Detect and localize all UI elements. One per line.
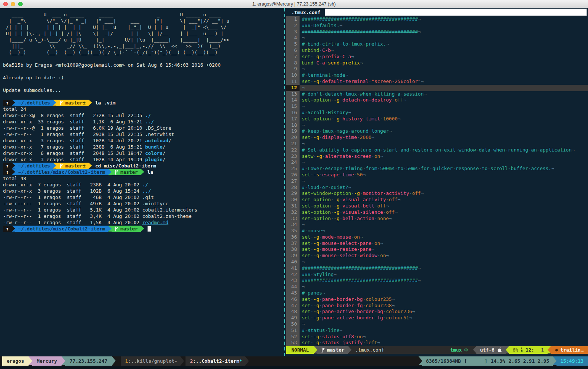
line-number-gutter: 28 bbox=[286, 184, 300, 191]
submodules-line: Update submodules... bbox=[3, 87, 283, 93]
typed-command: cd misc/Cobalt2-iterm bbox=[92, 163, 156, 169]
encoding-segment: utf-8 bbox=[476, 346, 506, 354]
line-number-gutter: 29 bbox=[286, 190, 300, 197]
buffer-line: 53set·-g·status-justify·left¬ bbox=[286, 340, 588, 346]
tmux-window-list: 1:..kills/gnuplot-2:..Cobalt2-iterm* bbox=[121, 356, 249, 366]
powerline-separator bbox=[112, 356, 116, 365]
memory-usage: 8385/16384MB bbox=[426, 358, 461, 364]
buffer-line: 9¬ bbox=[286, 66, 588, 72]
line-number-gutter: 9 bbox=[286, 66, 300, 72]
vim-buffer[interactable]: 1#######################################… bbox=[286, 16, 588, 346]
git-branch-icon bbox=[115, 170, 118, 175]
file-link[interactable]: readme.md bbox=[142, 220, 168, 225]
git-branch-icon bbox=[59, 100, 63, 106]
vim-pane[interactable]: .tmux.conf 1############################… bbox=[286, 8, 588, 356]
powerline-separator bbox=[12, 169, 15, 175]
buffer-line: 33set-option·-g·bell-action·none¬ bbox=[286, 216, 588, 222]
git-branch-label: master bbox=[327, 347, 344, 353]
buffer-line: 50¬ bbox=[286, 321, 588, 328]
buffer-line: 4¬ bbox=[286, 35, 588, 41]
buffer-line: 45#·panes¬ bbox=[286, 290, 588, 296]
buffer-line: 39set·-g·mouse-select-window·on¬ bbox=[286, 253, 588, 259]
powerline-separator bbox=[12, 163, 15, 169]
spacer-line bbox=[3, 56, 283, 62]
line-number-gutter: 18 bbox=[286, 122, 300, 129]
load-average: 2.65 2.91 2.95 bbox=[509, 358, 549, 364]
powerline-separator bbox=[553, 356, 556, 365]
tmux-status-bar: eragos Mercury 77.23.155.247 1:..kills/g… bbox=[0, 356, 588, 366]
powerline-separator bbox=[108, 226, 112, 232]
powerline-separator bbox=[89, 163, 92, 169]
prompt-indicator-icon: ↑ bbox=[3, 163, 12, 169]
prompt-git-branch: master± bbox=[56, 100, 89, 106]
buffer-line: 31set-option·-g·visual-bell·off¬ bbox=[286, 203, 588, 209]
spacer-line bbox=[3, 68, 283, 74]
apple-icon bbox=[497, 347, 502, 353]
file-row: -rw-r--r-- 1 eragos staff 497B 4 Aug 20:… bbox=[3, 200, 283, 207]
column-number: 1 bbox=[541, 347, 544, 353]
buffer-line: 5#·bind·ctrl+a·to·tmux·prefix.¬ bbox=[286, 41, 588, 47]
gear-icon: ⚙ bbox=[465, 347, 468, 353]
shell-prompt: ↑~/.dotfiles/misc/Cobalt2-itermmasterla bbox=[3, 169, 283, 175]
powerline-separator bbox=[473, 346, 476, 353]
tmux-window-current[interactable]: 2:..Cobalt2-iterm* bbox=[185, 356, 249, 366]
buffer-line: 48set·-g·pane-active-border-bg·colour236… bbox=[286, 309, 588, 315]
line-number-gutter: 3 bbox=[286, 29, 300, 35]
vim-tab-current[interactable]: .tmux.conf bbox=[286, 8, 325, 16]
powerline-separator bbox=[12, 226, 15, 232]
tmux-pane-border[interactable] bbox=[284, 8, 285, 356]
buffer-line: 7set·-g·prefix·C-a¬ bbox=[286, 54, 588, 60]
line-number-gutter: 6 bbox=[286, 47, 300, 54]
vim-statusline: NORMAL master .tmux.conf tmux ⚙ utf-8 bbox=[286, 346, 588, 354]
line-number-gutter: 50 bbox=[286, 321, 300, 328]
line-number-gutter: 13 bbox=[286, 91, 300, 97]
prompt-indicator-icon: ↑ bbox=[3, 100, 12, 106]
line-number-gutter: 46 bbox=[286, 296, 300, 303]
buffer-line: 1#######################################… bbox=[286, 16, 588, 23]
powerline-separator bbox=[419, 356, 422, 365]
tmux-plugin-segment: tmux ⚙ bbox=[446, 346, 473, 354]
scroll-percent: 6% bbox=[513, 348, 518, 353]
line-number-gutter: 40 bbox=[286, 259, 300, 265]
tmux-window[interactable]: 1:..kills/gnuplot- bbox=[121, 356, 184, 366]
line-number-gutter: 49 bbox=[286, 315, 300, 321]
zoom-button[interactable] bbox=[18, 2, 23, 6]
line-number-gutter: 38 bbox=[286, 246, 300, 253]
buffer-line: 34¬ bbox=[286, 222, 588, 228]
buffer-line: 44¬ bbox=[286, 284, 588, 290]
powerline-separator bbox=[12, 100, 15, 106]
close-button[interactable] bbox=[3, 2, 8, 6]
line-number-gutter: 45 bbox=[286, 290, 300, 296]
buffer-line: 49set·-g·pane-active-border-fg·colour51¬ bbox=[286, 315, 588, 321]
buffer-line-current: 12¬ bbox=[286, 85, 588, 91]
minimize-button[interactable] bbox=[11, 2, 15, 6]
line-number-icon: LN bbox=[521, 348, 522, 352]
line-number-gutter: 4 bbox=[286, 35, 300, 41]
line-number: 12: bbox=[525, 347, 534, 353]
line-number-gutter: 44 bbox=[286, 284, 300, 290]
shell-prompt: ↑~/.dotfilesmaster±cd misc/Cobalt2-iterm bbox=[3, 163, 283, 169]
line-number-gutter: 43 bbox=[286, 277, 300, 284]
git-branch-icon bbox=[321, 348, 325, 353]
buffer-line: 19#·keep·tmux·msgs·around·longer¬ bbox=[286, 128, 588, 134]
iterm-window: 1. eragos@Mercury | 77.23.155.247 (sh) _… bbox=[0, 0, 588, 369]
line-number-gutter: 2 bbox=[286, 23, 300, 29]
line-number-gutter: 23 bbox=[286, 153, 300, 160]
buffer-line: 25#·Lower·escape·timing·from·500ms·to·50… bbox=[286, 166, 588, 172]
buffer-line: 2###·Defaults.¬ bbox=[286, 23, 588, 29]
line-number-gutter: 30 bbox=[286, 197, 300, 203]
shell-pane[interactable]: ____ U ___ u _____ _____ _ U _____ u ___… bbox=[0, 8, 283, 356]
prompt-git-branch: master bbox=[112, 226, 141, 232]
line-number-gutter: 5 bbox=[286, 41, 300, 47]
shell-prompt-active[interactable]: ↑~/.dotfiles/misc/Cobalt2-itermmaster bbox=[3, 226, 283, 232]
buffer-line: 6unbind·C-b¬ bbox=[286, 47, 588, 54]
terminal: ____ U ___ u _____ _____ _ U _____ u ___… bbox=[0, 8, 588, 356]
file-row: -rw-r--r-- 1 eragos staff 3,4K 4 Aug 20:… bbox=[3, 213, 283, 219]
line-number-gutter: 34 bbox=[286, 222, 300, 228]
line-number-gutter: 17 bbox=[286, 116, 300, 122]
vim-tabline-fill bbox=[325, 9, 587, 16]
powerline-separator bbox=[141, 169, 144, 175]
buffer-line: 20set·-g·display-time·2000¬ bbox=[286, 134, 588, 141]
buffer-line: 28#·loud·or·quiet?¬ bbox=[286, 184, 588, 191]
encoding-label: utf-8 bbox=[480, 347, 495, 353]
